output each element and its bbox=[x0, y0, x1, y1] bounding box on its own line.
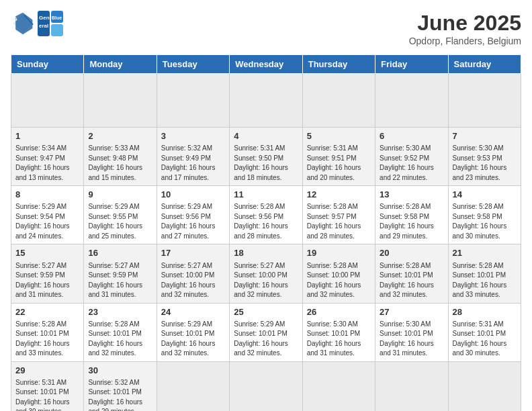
col-thursday: Thursday bbox=[302, 55, 375, 74]
day-info: Sunrise: 5:31 AMSunset: 9:50 PMDaylight:… bbox=[234, 144, 298, 183]
table-row bbox=[157, 74, 229, 128]
table-row: 17Sunrise: 5:27 AMSunset: 10:00 PMDaylig… bbox=[157, 244, 229, 303]
day-number: 20 bbox=[380, 247, 443, 259]
day-number: 9 bbox=[88, 189, 152, 201]
page-header: G Gen eral Blue June 2025 Opdorp, Flande… bbox=[11, 11, 521, 46]
svg-text:G: G bbox=[13, 16, 17, 22]
table-row: 22Sunrise: 5:28 AMSunset: 10:01 PMDaylig… bbox=[11, 303, 84, 361]
calendar-header-row: Sunday Monday Tuesday Wednesday Thursday… bbox=[11, 55, 521, 74]
day-number: 15 bbox=[15, 247, 79, 259]
day-info: Sunrise: 5:28 AMSunset: 9:56 PMDaylight:… bbox=[234, 202, 298, 241]
day-number: 27 bbox=[380, 306, 443, 318]
day-number: 28 bbox=[453, 306, 517, 318]
day-info: Sunrise: 5:27 AMSunset: 10:00 PMDaylight… bbox=[234, 261, 298, 300]
calendar-row: 22Sunrise: 5:28 AMSunset: 10:01 PMDaylig… bbox=[11, 303, 521, 361]
calendar-row bbox=[11, 74, 521, 128]
day-number: 3 bbox=[161, 130, 225, 142]
col-wednesday: Wednesday bbox=[230, 55, 302, 74]
table-row: 7Sunrise: 5:30 AMSunset: 9:53 PMDaylight… bbox=[448, 128, 521, 186]
col-friday: Friday bbox=[375, 55, 448, 74]
logo-icon: G bbox=[11, 11, 35, 36]
day-number: 18 bbox=[234, 247, 298, 259]
calendar-row: 29Sunrise: 5:31 AMSunset: 10:01 PMDaylig… bbox=[11, 361, 521, 411]
day-info: Sunrise: 5:29 AMSunset: 9:54 PMDaylight:… bbox=[15, 202, 79, 241]
svg-text:Gen: Gen bbox=[39, 15, 50, 21]
svg-text:Blue: Blue bbox=[52, 15, 62, 20]
day-number: 5 bbox=[307, 130, 371, 142]
day-info: Sunrise: 5:28 AMSunset: 10:00 PMDaylight… bbox=[307, 261, 371, 300]
col-tuesday: Tuesday bbox=[157, 55, 229, 74]
table-row bbox=[302, 74, 375, 128]
day-number: 29 bbox=[15, 365, 79, 377]
svg-text:eral: eral bbox=[39, 23, 48, 29]
table-row: 23Sunrise: 5:28 AMSunset: 10:01 PMDaylig… bbox=[84, 303, 157, 361]
day-info: Sunrise: 5:32 AMSunset: 9:49 PMDaylight:… bbox=[161, 144, 225, 183]
col-saturday: Saturday bbox=[448, 55, 521, 74]
table-row: 14Sunrise: 5:28 AMSunset: 9:58 PMDayligh… bbox=[448, 186, 521, 244]
table-row: 24Sunrise: 5:29 AMSunset: 10:01 PMDaylig… bbox=[157, 303, 229, 361]
day-info: Sunrise: 5:31 AMSunset: 10:01 PMDaylight… bbox=[15, 378, 79, 411]
day-info: Sunrise: 5:31 AMSunset: 10:01 PMDaylight… bbox=[453, 320, 517, 359]
day-info: Sunrise: 5:27 AMSunset: 10:00 PMDaylight… bbox=[161, 261, 225, 300]
day-info: Sunrise: 5:29 AMSunset: 10:01 PMDaylight… bbox=[161, 320, 225, 359]
day-number: 25 bbox=[234, 306, 298, 318]
day-number: 10 bbox=[161, 189, 225, 201]
day-info: Sunrise: 5:28 AMSunset: 10:01 PMDaylight… bbox=[88, 320, 152, 359]
calendar-row: 8Sunrise: 5:29 AMSunset: 9:54 PMDaylight… bbox=[11, 186, 521, 244]
day-number: 26 bbox=[307, 306, 371, 318]
day-number: 12 bbox=[307, 189, 371, 201]
table-row: 5Sunrise: 5:31 AMSunset: 9:51 PMDaylight… bbox=[302, 128, 375, 186]
table-row: 12Sunrise: 5:28 AMSunset: 9:57 PMDayligh… bbox=[302, 186, 375, 244]
day-number: 17 bbox=[161, 247, 225, 259]
table-row bbox=[11, 74, 84, 128]
day-number: 8 bbox=[15, 189, 79, 201]
day-info: Sunrise: 5:27 AMSunset: 9:59 PMDaylight:… bbox=[15, 261, 79, 300]
table-row: 13Sunrise: 5:28 AMSunset: 9:58 PMDayligh… bbox=[375, 186, 448, 244]
day-number: 21 bbox=[453, 247, 517, 259]
day-info: Sunrise: 5:29 AMSunset: 9:56 PMDaylight:… bbox=[161, 202, 225, 241]
day-number: 30 bbox=[88, 365, 152, 377]
day-info: Sunrise: 5:28 AMSunset: 9:58 PMDaylight:… bbox=[380, 202, 443, 241]
col-monday: Monday bbox=[84, 55, 157, 74]
day-info: Sunrise: 5:30 AMSunset: 10:01 PMDaylight… bbox=[380, 320, 443, 359]
table-row: 6Sunrise: 5:30 AMSunset: 9:52 PMDaylight… bbox=[375, 128, 448, 186]
table-row bbox=[84, 74, 157, 128]
table-row bbox=[448, 74, 521, 128]
calendar-table: Sunday Monday Tuesday Wednesday Thursday… bbox=[11, 54, 521, 411]
table-row: 25Sunrise: 5:29 AMSunset: 10:01 PMDaylig… bbox=[230, 303, 302, 361]
day-number: 22 bbox=[15, 306, 79, 318]
table-row bbox=[302, 361, 375, 411]
day-info: Sunrise: 5:28 AMSunset: 10:01 PMDaylight… bbox=[453, 261, 517, 300]
day-number: 1 bbox=[15, 130, 79, 142]
calendar-row: 15Sunrise: 5:27 AMSunset: 9:59 PMDayligh… bbox=[11, 244, 521, 303]
table-row: 4Sunrise: 5:31 AMSunset: 9:50 PMDaylight… bbox=[230, 128, 302, 186]
col-sunday: Sunday bbox=[11, 55, 84, 74]
table-row bbox=[157, 361, 229, 411]
day-number: 2 bbox=[88, 130, 152, 142]
day-number: 6 bbox=[380, 130, 443, 142]
day-info: Sunrise: 5:28 AMSunset: 10:01 PMDaylight… bbox=[15, 320, 79, 359]
day-number: 4 bbox=[234, 130, 298, 142]
day-info: Sunrise: 5:33 AMSunset: 9:48 PMDaylight:… bbox=[88, 144, 152, 183]
day-info: Sunrise: 5:34 AMSunset: 9:47 PMDaylight:… bbox=[15, 144, 79, 183]
table-row: 20Sunrise: 5:28 AMSunset: 10:01 PMDaylig… bbox=[375, 244, 448, 303]
table-row: 30Sunrise: 5:32 AMSunset: 10:01 PMDaylig… bbox=[84, 361, 157, 411]
day-number: 7 bbox=[453, 130, 517, 142]
table-row: 2Sunrise: 5:33 AMSunset: 9:48 PMDaylight… bbox=[84, 128, 157, 186]
table-row: 26Sunrise: 5:30 AMSunset: 10:01 PMDaylig… bbox=[302, 303, 375, 361]
table-row bbox=[230, 361, 302, 411]
day-number: 16 bbox=[88, 247, 152, 259]
day-number: 19 bbox=[307, 247, 371, 259]
day-info: Sunrise: 5:27 AMSunset: 9:59 PMDaylight:… bbox=[88, 261, 152, 300]
day-info: Sunrise: 5:32 AMSunset: 10:01 PMDaylight… bbox=[88, 378, 152, 411]
title-block: June 2025 Opdorp, Flanders, Belgium bbox=[409, 11, 521, 46]
day-info: Sunrise: 5:28 AMSunset: 9:58 PMDaylight:… bbox=[453, 202, 517, 241]
table-row: 29Sunrise: 5:31 AMSunset: 10:01 PMDaylig… bbox=[11, 361, 84, 411]
day-info: Sunrise: 5:30 AMSunset: 10:01 PMDaylight… bbox=[307, 320, 371, 359]
day-number: 13 bbox=[380, 189, 443, 201]
table-row: 28Sunrise: 5:31 AMSunset: 10:01 PMDaylig… bbox=[448, 303, 521, 361]
table-row bbox=[448, 361, 521, 411]
day-info: Sunrise: 5:28 AMSunset: 10:01 PMDaylight… bbox=[380, 261, 443, 300]
table-row: 19Sunrise: 5:28 AMSunset: 10:00 PMDaylig… bbox=[302, 244, 375, 303]
table-row: 16Sunrise: 5:27 AMSunset: 9:59 PMDayligh… bbox=[84, 244, 157, 303]
